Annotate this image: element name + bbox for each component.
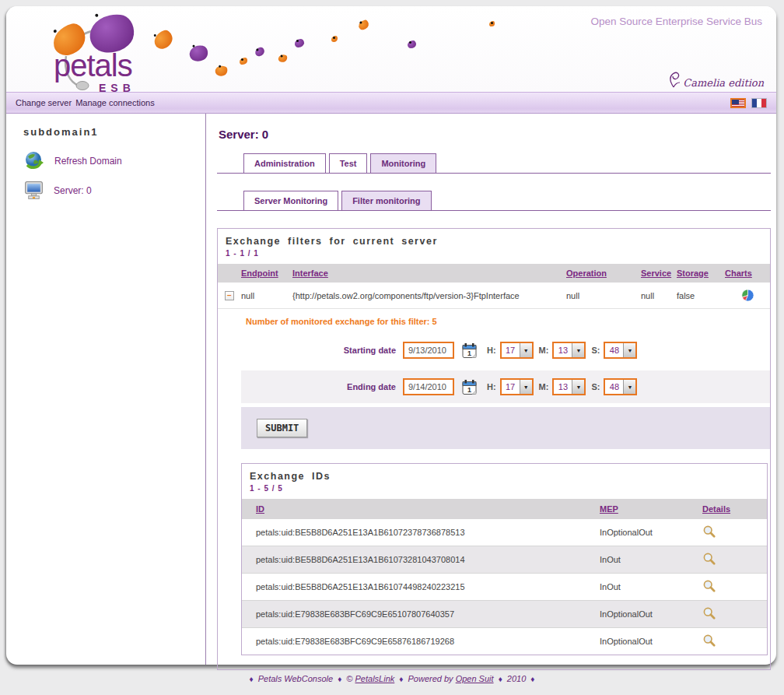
starting-date-label: Starting date [241,346,403,355]
starting-date-input[interactable] [403,342,454,359]
exchange-id: petals:uid:E79838E683BFC69C9E65876186719… [242,637,588,646]
petal-decoration [408,40,416,48]
exchange-ids-table-header: ID MEP Details [242,499,767,519]
ending-date-row: Ending date 1 H: [241,370,770,403]
submit-band: SUBMIT [241,407,770,449]
dropdown-arrow-icon: ▼ [520,343,532,357]
details-magnifier-icon[interactable] [702,525,716,539]
ending-minute-value: 13 [554,380,572,394]
table-row: petals:uid:BE5B8D6A251E13A1B610744982402… [242,574,767,601]
diamond-separator: ♦ [496,675,505,683]
logo-esb-text: ESB [99,82,135,92]
logo-brand-text: petals [54,48,132,83]
column-charts[interactable]: Charts [725,269,770,278]
tab-monitoring[interactable]: Monitoring [370,153,436,173]
exchange-ids-panel: Exchange IDs 1 - 5 / 5 ID MEP Details pe… [241,463,768,655]
open-suit-link[interactable]: Open Suit [456,674,494,683]
ending-hour-select[interactable]: 17 ▼ [500,378,534,395]
calendar-icon[interactable]: 1 [462,379,478,395]
tab-administration[interactable]: Administration [243,153,326,173]
language-switcher [730,98,767,108]
sidebar-item-refresh-domain[interactable]: Refresh Domain [23,150,205,172]
column-service[interactable]: Service [641,269,677,278]
column-endpoint[interactable]: Endpoint [241,269,292,278]
starting-minute-select[interactable]: 13 ▼ [552,342,586,359]
petal-decoration [240,58,247,65]
column-details[interactable]: Details [693,504,767,514]
refresh-domain-label: Refresh Domain [54,156,122,167]
filter-operation: null [566,291,641,300]
filters-pagination: 1 - 1 / 1 [218,249,770,264]
svg-text:1: 1 [467,386,471,394]
ending-minute-select[interactable]: 13 ▼ [552,378,586,395]
petal-decoration [295,39,304,47]
starting-hour-select[interactable]: 17 ▼ [500,342,534,359]
diamond-separator: ♦ [528,675,537,683]
edition-label: Camelia edition [683,77,764,89]
column-mep[interactable]: MEP [588,504,693,514]
column-operation[interactable]: Operation [566,269,641,278]
details-magnifier-icon[interactable] [702,552,716,566]
details-magnifier-icon[interactable] [702,634,716,648]
page-title: Server: 0 [219,128,771,141]
exchange-ids-title: Exchange IDs [242,464,767,484]
petals-esb-logo: petals ESB [41,14,177,92]
exchange-id: petals:uid:BE5B8D6A251E13A1B610744982402… [242,582,588,591]
filters-panel-title: Exchange filters for current server [218,229,770,249]
calendar-icon[interactable]: 1 [462,342,478,359]
exchange-mep: InOut [588,582,693,591]
petal-decoration [489,21,495,26]
svg-text:1: 1 [467,349,471,357]
dropdown-arrow-icon: ▼ [623,380,635,394]
petalslink-link[interactable]: PetalsLink [355,674,395,683]
menubar: Change server Manage connections [6,92,776,114]
petal-decoration [331,36,338,42]
petal-decoration [188,44,208,63]
tab-test[interactable]: Test [329,153,368,173]
column-storage[interactable]: Storage [677,269,725,278]
exchange-id: petals:uid:BE5B8D6A251E13A1B610732810437… [242,555,588,564]
fr-flag-icon[interactable] [751,98,767,108]
header: petals ESB Open Source Enterprise Servic… [6,6,776,92]
filter-endpoint: null [241,291,292,300]
ending-date-input[interactable] [403,378,454,395]
details-magnifier-icon[interactable] [702,579,716,593]
petal-decoration [214,64,229,79]
collapse-row-icon[interactable]: − [225,291,234,300]
change-server-link[interactable]: Change server [16,98,72,107]
tabs: Administration Test Monitoring [217,153,771,174]
content: subdomain1 Refresh Domain [6,114,776,665]
hour-label: H: [487,382,496,391]
tab-server-monitoring[interactable]: Server Monitoring [243,191,338,210]
column-interface[interactable]: Interface [292,269,566,278]
server-item-label: Server: 0 [54,185,92,196]
exchange-filters-panel: Exchange filters for current server 1 - … [217,228,771,670]
details-magnifier-icon[interactable] [702,606,716,620]
subtabs: Server Monitoring Filter monitoring [217,191,771,211]
footer: ♦ Petals WebConsole ♦ © PetalsLink ♦ Pow… [0,674,784,683]
manage-connections-link[interactable]: Manage connections [75,98,155,107]
submit-button[interactable]: SUBMIT [257,419,307,437]
pie-chart-icon[interactable] [725,289,770,302]
ending-second-select[interactable]: 48 ▼ [604,378,637,395]
us-flag-icon[interactable] [730,98,746,108]
footer-year: 2010 [507,674,526,683]
exchange-id: petals:uid:E79838E683BFC69C9E65107807640… [242,609,588,619]
starting-second-select[interactable]: 48 ▼ [604,342,637,359]
filter-interface: {http://petals.ow2.org/components/ftp/ve… [292,291,566,300]
exchange-mep: InOut [588,555,693,564]
starting-date-row: Starting date 1 H: [241,334,770,367]
tab-filter-monitoring[interactable]: Filter monitoring [341,191,431,210]
exchange-mep: InOptionalOut [588,528,693,537]
camelia-flower-icon [667,70,681,89]
monitored-count-label: Number of monitored exchange for this fi… [241,309,770,334]
ending-hour-value: 17 [502,380,520,394]
table-row: petals:uid:BE5B8D6A251E13A1B610723787368… [242,519,767,546]
starting-second-value: 48 [605,343,623,357]
dropdown-arrow-icon: ▼ [623,343,635,357]
column-id[interactable]: ID [242,504,588,514]
app-window: petals ESB Open Source Enterprise Servic… [6,6,776,665]
filter-storage: false [677,291,725,300]
sidebar-item-server[interactable]: Server: 0 [23,180,205,201]
exchange-id: petals:uid:BE5B8D6A251E13A1B610723787368… [242,528,588,537]
